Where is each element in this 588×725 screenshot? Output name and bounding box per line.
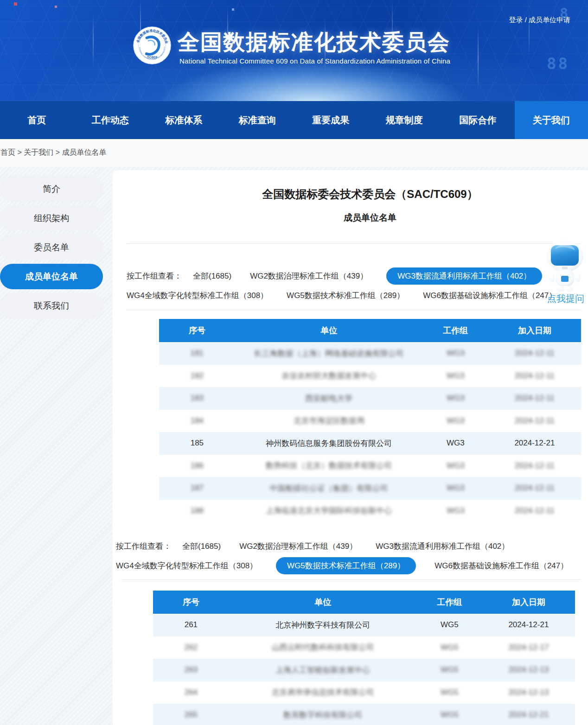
col-header-unit: 单位 — [235, 325, 423, 336]
filter-row: WG4全域数字化转型标准工作组（308）WG5数据技术标准工作组（289）WG6… — [127, 287, 556, 304]
cell-unit: 数库数字科技有限公司 — [229, 710, 417, 720]
filter-option[interactable]: WG6数据基础设施标准工作组（247） — [435, 557, 568, 574]
table-row: 186 数势科技（北京）数据技术有限公司 WG3 2024-12-11 — [159, 455, 581, 477]
nav-item[interactable]: 标准查询 — [221, 101, 294, 139]
table-header-row: 序号 单位 工作组 加入日期 — [159, 319, 581, 342]
cell-unit: 长三角数据（上海）网络基础设施有限公司 — [235, 348, 423, 359]
cell-date: 2024-12-17 — [482, 643, 575, 652]
cell-unit: 北京市海淀区数据局 — [235, 415, 423, 426]
cell-unit: 上海临港北京大学国际科技创新中心 — [235, 505, 423, 516]
cell-date: 2024-12-11 — [488, 416, 581, 426]
cell-no: 262 — [153, 643, 229, 652]
filter-options: 全部(1685)WG2数据治理标准工作组（439）WG3数据流通利用标准工作组（… — [182, 538, 509, 555]
cell-group: WG3 — [423, 483, 488, 493]
cell-unit: 数势科技（北京）数据技术有限公司 — [235, 460, 423, 471]
cell-group: WG3 — [423, 416, 488, 426]
cell-group: WG3 — [423, 394, 488, 403]
table-row: 264 北京易华录信息技术有限公司 WG5 2024-12-13 — [153, 681, 575, 704]
filter-option[interactable]: WG6数据基础设施标准工作组（247） — [423, 287, 556, 304]
cell-group: WG3 — [423, 371, 488, 381]
filter-option[interactable]: WG3数据流通利用标准工作组（402） — [386, 267, 542, 285]
cell-no: 261 — [153, 620, 229, 630]
ask-me-link[interactable]: 点我提问 — [547, 293, 584, 305]
table-body: 181 长三角数据（上海）网络基础设施有限公司 WG3 2024-12-11 1… — [159, 342, 581, 522]
cell-date: 2024-12-11 — [488, 461, 581, 471]
page-title: 全国数据标委会技术委员会（SAC/TC609） — [159, 187, 581, 202]
cell-date: 2024-12-21 — [488, 439, 581, 448]
nav-item[interactable]: 工作动态 — [74, 101, 147, 139]
sidebar: 简介 组织架构 委员名单 成员单位名单 联系我们 — [0, 176, 103, 322]
cell-no: 184 — [159, 416, 235, 426]
filter-options: WG4全域数字化转型标准工作组（308）WG5数据技术标准工作组（289）WG6… — [116, 557, 568, 574]
filter-option[interactable]: WG4全域数字化转型标准工作组（308） — [127, 287, 268, 304]
site-title: 全国数据标准化技术委员会 — [178, 28, 450, 57]
main-content: 全国数据标委会技术委员会（SAC/TC609） 成员单位名单 按工作组查看： 全… — [113, 170, 588, 725]
col-header-date: 加入日期 — [488, 325, 581, 336]
cell-unit: 北京易华录信息技术有限公司 — [229, 687, 417, 698]
nav-item[interactable]: 规章制度 — [368, 101, 441, 139]
table-header-row: 序号 单位 工作组 加入日期 — [153, 591, 575, 614]
nav-item[interactable]: 首页 — [0, 101, 74, 139]
filter-option[interactable]: WG4全域数字化转型标准工作组（308） — [116, 557, 257, 574]
cell-unit: 农业农村部大数据发展中心 — [235, 370, 423, 381]
cell-group: WG3 — [423, 439, 488, 448]
divider — [127, 310, 581, 310]
nav-item[interactable]: 关于我们 — [515, 101, 588, 139]
cell-date: 2024-12-13 — [482, 688, 575, 697]
sidebar-item[interactable]: 组织架构 — [0, 205, 103, 231]
cell-date: 2024-12-21 — [482, 620, 575, 630]
cell-date: 2024-12-11 — [488, 394, 581, 403]
cell-no: 185 — [159, 439, 235, 448]
cell-group: WG5 — [417, 620, 482, 630]
sidebar-item[interactable]: 委员名单 — [0, 235, 103, 260]
nav-item[interactable]: 标准体系 — [147, 101, 221, 139]
filter-option[interactable]: WG5数据技术标准工作组（289） — [276, 557, 416, 574]
cell-no: 264 — [153, 688, 229, 697]
cell-unit: 北京神州数字科技有限公司 — [229, 620, 417, 630]
filter-option[interactable]: WG5数据技术标准工作组（289） — [287, 287, 404, 304]
cell-date: 2024-12-11 — [488, 506, 581, 515]
breadcrumb[interactable]: 首页 > 关于我们 > 成员单位名单 — [0, 148, 106, 158]
filter-option[interactable]: WG2数据治理标准工作组（439） — [250, 267, 368, 285]
divider — [127, 243, 581, 244]
filter-group-label: 按工作组查看： — [116, 541, 171, 552]
header-banner: 8 88 登录 / 成员单位申请 全国数据标准化技术委员会 NATIONAL T… — [0, 0, 588, 101]
cell-date: 2024-12-11 — [488, 371, 581, 381]
cell-date: 2024-12-13 — [482, 665, 575, 674]
nav-item[interactable]: 重要成果 — [294, 101, 368, 139]
cell-group: WG5 — [417, 665, 482, 674]
cell-date: 2024-12-11 — [488, 483, 581, 493]
sidebar-item[interactable]: 简介 — [0, 176, 103, 202]
sidebar-item[interactable]: 联系我们 — [0, 293, 103, 318]
cell-no: 188 — [159, 506, 235, 515]
cell-no: 181 — [159, 349, 235, 358]
cell-no: 187 — [159, 483, 235, 493]
col-header-group: 工作组 — [417, 597, 482, 608]
filter-option[interactable]: WG2数据治理标准工作组（439） — [239, 538, 357, 555]
table-body: 261 北京神州数字科技有限公司 WG5 2024-12-21 262 山西云时… — [153, 614, 575, 725]
cell-unit: 山西云时代数科科技有限公司 — [229, 642, 417, 653]
filter-option[interactable]: 全部(1685) — [182, 538, 221, 555]
logo-code: TC609 — [147, 55, 157, 59]
table-row: 185 神州数码信息服务集团股份有限公司 WG3 2024-12-21 — [159, 432, 581, 455]
tc609-logo-icon[interactable]: 全国数据标准化技术委员会 NATIONAL TECHNICAL COMMITTE… — [133, 26, 171, 64]
filter-option[interactable]: WG3数据流通利用标准工作组（402） — [376, 538, 509, 555]
main-nav: 首页 工作动态 标准体系 标准查询 重要成果 规章制度 国际合作 关于我们 — [0, 101, 588, 139]
sidebar-item[interactable]: 成员单位名单 — [0, 264, 103, 289]
filter-option[interactable]: 全部(1685) — [193, 267, 231, 285]
assistant-robot-icon[interactable] — [545, 240, 584, 292]
table-row: 265 数库数字科技有限公司 WG5 2024-12-21 — [153, 704, 575, 725]
cell-no: 263 — [153, 665, 229, 674]
nav-item[interactable]: 国际合作 — [441, 101, 515, 139]
cell-unit: 上海人工智能创新发展中心 — [229, 665, 417, 675]
table-row: 183 西安邮电大学 WG3 2024-12-11 — [159, 387, 581, 410]
filter-options: 全部(1685)WG2数据治理标准工作组（439）WG3数据流通利用标准工作组（… — [193, 267, 542, 285]
col-header-no: 序号 — [159, 325, 235, 336]
cell-group: WG5 — [417, 710, 482, 719]
col-header-date: 加入日期 — [482, 597, 575, 608]
cell-group: WG3 — [423, 461, 488, 471]
table-row: 182 农业农村部大数据发展中心 WG3 2024-12-11 — [159, 365, 581, 388]
cell-group: WG3 — [423, 506, 488, 515]
login-apply-links[interactable]: 登录 / 成员单位申请 — [509, 16, 570, 25]
col-header-no: 序号 — [153, 597, 229, 608]
